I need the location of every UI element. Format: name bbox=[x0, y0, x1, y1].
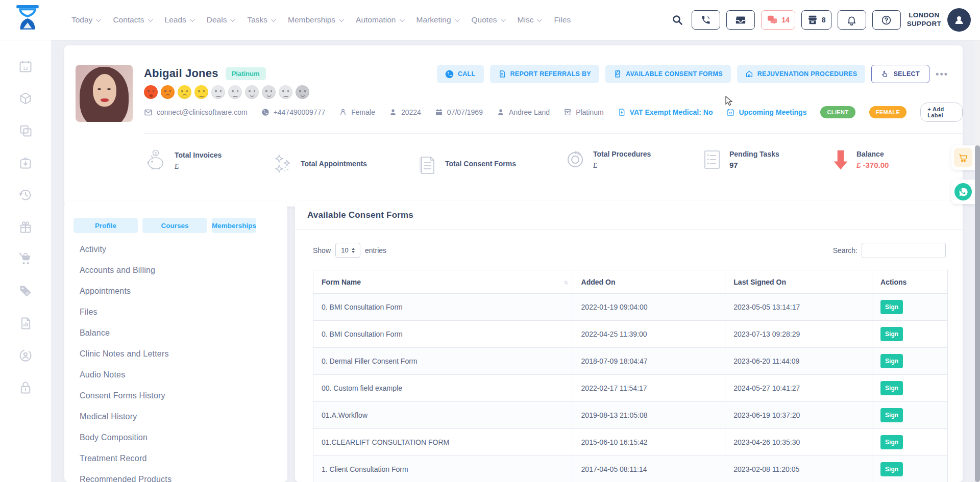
search-icon[interactable] bbox=[671, 14, 683, 26]
mood-face-icon[interactable] bbox=[279, 85, 292, 99]
profile-menu-item[interactable]: Balance bbox=[80, 322, 277, 343]
sign-button[interactable]: Sign bbox=[880, 435, 903, 449]
profile-menu-item[interactable]: Body Composition bbox=[80, 427, 277, 448]
cell-added-on: 2019-08-13 21:05:08 bbox=[573, 402, 725, 429]
nav-item[interactable]: Leads bbox=[165, 15, 193, 24]
upcoming-meetings-link[interactable]: 12Upcoming Meetings bbox=[726, 108, 806, 116]
cell-actions: Sign bbox=[872, 402, 948, 429]
shop-button[interactable]: 8 bbox=[801, 10, 831, 30]
cell-form-name: 00. Custom field example bbox=[313, 375, 573, 402]
search-label: Search: bbox=[833, 246, 857, 255]
cell-added-on: 2018-07-09 18:04:47 bbox=[573, 348, 725, 375]
column-header-last-signed[interactable]: Last Signed On bbox=[725, 270, 872, 294]
stat-balance: Balance£ -370.00 bbox=[832, 149, 889, 170]
mood-face-icon[interactable] bbox=[178, 85, 191, 99]
top-bar: Today Contacts Leads Deals Tasks Members… bbox=[0, 0, 980, 40]
select-button[interactable]: SELECT bbox=[871, 65, 929, 83]
nav-item[interactable]: Deals bbox=[207, 15, 234, 24]
profile-menu-item[interactable]: Appointments bbox=[80, 281, 277, 301]
report-referrals-button[interactable]: REPORT REFERRALS BY bbox=[490, 65, 600, 83]
profile-menu-item[interactable]: Consent Forms History bbox=[80, 385, 277, 406]
cart-icon[interactable] bbox=[954, 148, 972, 167]
profile-menu-item[interactable]: Activity bbox=[80, 239, 277, 260]
bag-icon[interactable] bbox=[18, 156, 33, 170]
mood-face-icon[interactable] bbox=[296, 85, 309, 99]
sign-button[interactable]: Sign bbox=[880, 381, 903, 395]
mood-face-icon[interactable] bbox=[144, 85, 158, 99]
column-header-added-on[interactable]: Added On bbox=[573, 270, 725, 294]
mood-face-icon[interactable] bbox=[211, 85, 225, 99]
tag-icon[interactable]: $ bbox=[18, 284, 33, 298]
package-icon[interactable] bbox=[18, 91, 33, 106]
chat-button[interactable]: 14 bbox=[761, 10, 795, 30]
person-icon bbox=[497, 108, 505, 116]
nav-item[interactable]: Files bbox=[554, 15, 571, 24]
nav-item[interactable]: Contacts bbox=[113, 15, 151, 24]
nav-item[interactable]: Memberships bbox=[288, 15, 342, 24]
gift-icon[interactable] bbox=[18, 220, 33, 234]
mood-face-icon[interactable] bbox=[245, 85, 259, 99]
sign-button[interactable]: Sign bbox=[880, 327, 903, 341]
profile-menu-item[interactable]: Recommended Products bbox=[80, 469, 277, 482]
sign-button[interactable]: Sign bbox=[880, 354, 903, 368]
whatsapp-widget bbox=[951, 180, 975, 204]
profile-tab[interactable]: Memberships bbox=[212, 218, 256, 233]
add-label-button[interactable]: + Add Label bbox=[920, 103, 963, 122]
available-consent-forms-button[interactable]: AVAILABLE CONSENT FORMS bbox=[605, 65, 731, 83]
mood-face-icon[interactable] bbox=[194, 85, 208, 99]
rejuvenation-procedures-button[interactable]: REJUVENATION PROCEDURES bbox=[737, 65, 866, 83]
sparkles-icon bbox=[272, 154, 293, 175]
profile-menu-item[interactable]: Treatment Record bbox=[80, 448, 277, 469]
nav-item[interactable]: Automation bbox=[356, 15, 403, 24]
mood-face-icon[interactable] bbox=[228, 85, 242, 99]
profile-tab[interactable]: Courses bbox=[142, 218, 207, 233]
avatar[interactable] bbox=[947, 8, 971, 32]
copy-icon[interactable] bbox=[18, 123, 33, 138]
table-search-input[interactable] bbox=[862, 243, 946, 258]
mood-face-icon[interactable] bbox=[262, 85, 276, 99]
main-nav: Today Contacts Leads Deals Tasks Members… bbox=[71, 0, 571, 40]
nav-item[interactable]: Today bbox=[71, 15, 100, 24]
cell-actions: Sign bbox=[872, 321, 948, 348]
nav-item[interactable]: Misc bbox=[518, 15, 541, 24]
svg-text:$: $ bbox=[155, 151, 157, 156]
profile-menu-item[interactable]: Medical History bbox=[80, 406, 277, 427]
bell-icon bbox=[846, 15, 857, 26]
cell-added-on: 2022-02-17 11:54:17 bbox=[573, 375, 725, 402]
whatsapp-icon[interactable] bbox=[954, 183, 972, 200]
profile-tab[interactable]: Profile bbox=[74, 218, 138, 233]
app-logo-icon[interactable] bbox=[13, 5, 42, 35]
inbox-button[interactable] bbox=[726, 10, 755, 30]
account-icon[interactable] bbox=[18, 348, 33, 363]
calendar-icon[interactable]: 12 bbox=[18, 59, 33, 73]
report-icon[interactable] bbox=[18, 316, 33, 331]
tier-badge: Platinum bbox=[226, 67, 266, 80]
notifications-button[interactable] bbox=[838, 10, 866, 30]
profile-menu-item[interactable]: Audio Notes bbox=[80, 364, 277, 385]
sign-button[interactable]: Sign bbox=[880, 408, 903, 422]
scrollbar-thumb[interactable] bbox=[975, 145, 980, 482]
nav-item[interactable]: Marketing bbox=[416, 15, 458, 24]
history-icon[interactable] bbox=[18, 188, 33, 202]
help-button[interactable] bbox=[872, 10, 901, 30]
vat-exempt-link[interactable]: VAT Exempt Medical: No bbox=[618, 108, 713, 116]
pointer-icon bbox=[881, 70, 889, 78]
nav-item[interactable]: Tasks bbox=[247, 15, 275, 24]
sign-button[interactable]: Sign bbox=[880, 462, 903, 476]
phone-button[interactable] bbox=[692, 10, 720, 30]
client-badge: CLIENT bbox=[820, 106, 855, 118]
cell-actions: Sign bbox=[872, 429, 948, 456]
call-button[interactable]: CALL bbox=[437, 65, 484, 83]
lock-icon[interactable] bbox=[18, 380, 33, 395]
more-options-button[interactable]: ••• bbox=[936, 69, 948, 80]
document-icon bbox=[418, 154, 438, 175]
cart-icon[interactable] bbox=[18, 252, 33, 266]
profile-menu-item[interactable]: Files bbox=[80, 301, 277, 322]
mood-face-icon[interactable] bbox=[161, 85, 175, 99]
entries-select[interactable]: 10 bbox=[335, 243, 360, 258]
profile-menu-item[interactable]: Accounts and Billing bbox=[80, 260, 277, 281]
sign-button[interactable]: Sign bbox=[880, 300, 903, 314]
profile-menu-item[interactable]: Clinic Notes and Letters bbox=[80, 343, 277, 364]
column-header-form-name[interactable]: Form Name↑↓ bbox=[313, 270, 573, 294]
nav-item[interactable]: Quotes bbox=[472, 15, 504, 24]
